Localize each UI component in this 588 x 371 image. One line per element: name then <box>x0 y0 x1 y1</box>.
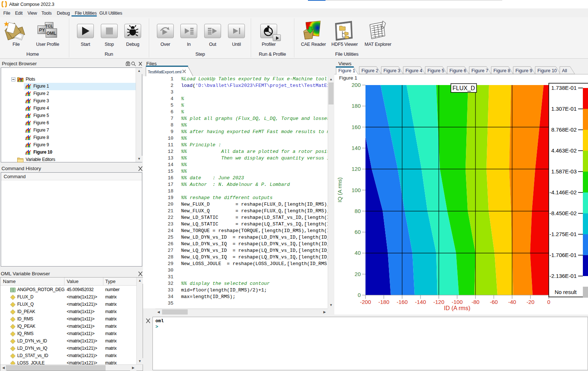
svg-text:1.738E-01: 1.738E-01 <box>551 85 577 91</box>
svg-text:-120: -120 <box>433 299 444 305</box>
svg-text:ID (A rms): ID (A rms) <box>444 305 470 311</box>
svg-text:Figure 1: Figure 1 <box>338 68 355 73</box>
svg-text:-20: -20 <box>526 299 534 305</box>
svg-text:-180: -180 <box>378 299 389 305</box>
svg-text:4.463E-02: 4.463E-02 <box>551 147 577 154</box>
svg-text:All: All <box>562 68 567 73</box>
svg-text:-1.275E-01: -1.275E-01 <box>550 231 577 237</box>
svg-text:8.768E-02: 8.768E-02 <box>551 126 577 133</box>
svg-text:IQ (A rms): IQ (A rms) <box>337 177 343 202</box>
svg-text:80: 80 <box>354 208 361 214</box>
svg-text:OML: OML <box>47 31 56 36</box>
svg-text:20: 20 <box>354 271 361 277</box>
svg-text:120: 120 <box>352 166 361 172</box>
svg-text:1.307E-01: 1.307E-01 <box>551 106 577 112</box>
svg-text:Figure 10: Figure 10 <box>537 68 557 73</box>
svg-text:-100: -100 <box>452 299 463 305</box>
svg-text:-60: -60 <box>490 299 498 305</box>
svg-text:-80: -80 <box>471 299 479 305</box>
svg-text:100: 100 <box>352 187 361 193</box>
svg-text:180: 180 <box>352 103 361 109</box>
svg-text:40: 40 <box>354 250 361 256</box>
svg-text:-40: -40 <box>508 299 516 305</box>
svg-text:-200: -200 <box>360 299 371 305</box>
svg-text:0: 0 <box>358 292 361 298</box>
svg-text:-8.450E-02: -8.450E-02 <box>550 210 577 216</box>
svg-text:140: 140 <box>352 145 361 151</box>
svg-text:Figure 8: Figure 8 <box>493 68 510 73</box>
svg-text:200: 200 <box>352 82 361 88</box>
svg-text:TCL: TCL <box>45 24 53 28</box>
svg-text:Figure 2: Figure 2 <box>361 68 378 73</box>
svg-text:Figure 4: Figure 4 <box>405 68 422 73</box>
svg-text:-1.706E-01: -1.706E-01 <box>550 252 577 258</box>
svg-text:FLUX_D: FLUX_D <box>452 85 475 92</box>
svg-text:TestMatExport.oml: TestMatExport.oml <box>148 70 181 74</box>
svg-text:-160: -160 <box>397 299 408 305</box>
svg-text:Figure 3: Figure 3 <box>383 68 400 73</box>
svg-text:Figure 7: Figure 7 <box>471 68 488 73</box>
svg-text:160: 160 <box>352 124 361 130</box>
svg-text:-4.146E-02: -4.146E-02 <box>550 189 577 195</box>
svg-text:1.587E-03: 1.587E-03 <box>551 168 577 175</box>
svg-text:-2.136E-01: -2.136E-01 <box>550 273 577 279</box>
svg-text:Figure 6: Figure 6 <box>449 68 466 73</box>
svg-text:0: 0 <box>547 299 550 305</box>
svg-text:Figure 5: Figure 5 <box>427 68 444 73</box>
svg-text:No result: No result <box>555 289 577 295</box>
svg-text:-140: -140 <box>415 299 426 305</box>
svg-text:Figure 9: Figure 9 <box>515 68 532 73</box>
svg-text:60: 60 <box>354 229 361 235</box>
svg-text:PY: PY <box>39 27 45 33</box>
